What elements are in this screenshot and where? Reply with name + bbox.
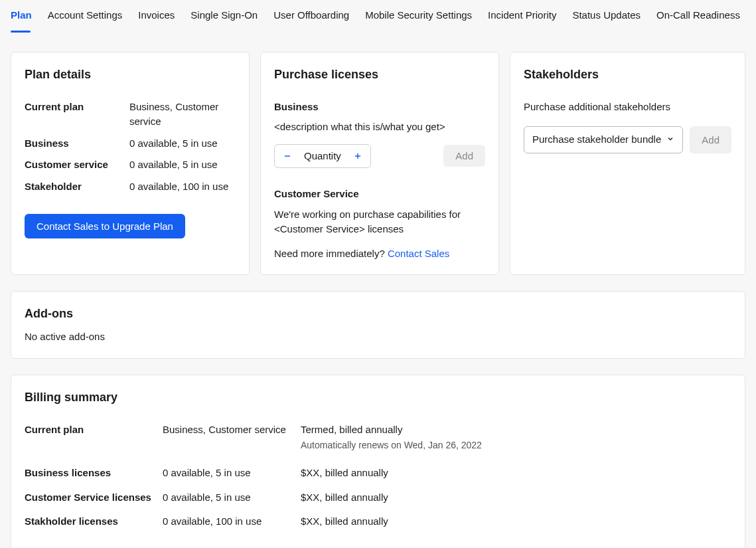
tab-mobile-security[interactable]: Mobile Security Settings [365,8,472,33]
plan-row-business: Business 0 available, 5 in use [25,136,236,151]
billing-label: Customer Service licenses [25,490,163,505]
stakeholder-select-label: Purchase stakeholder bundle [532,132,661,147]
tab-plan[interactable]: Plan [11,8,32,33]
billing-detail: Termed, billed annually Automatically re… [301,422,482,453]
billing-row-business: Business licenses 0 available, 5 in use … [25,466,731,481]
quantity-label: Quantity [304,149,341,164]
plan-row-value: Business, Customer service [129,100,236,130]
billing-label: Stakholder licenses [25,514,163,529]
plan-row-customer-service: Customer service 0 available, 5 in use [25,157,236,173]
purchase-cs-label: Customer Service [274,187,485,202]
plan-row-current: Current plan Business, Customer service [25,100,236,130]
billing-value: Business, Customer service [163,422,301,453]
billing-row-stakeholder: Stakholder licenses 0 available, 100 in … [25,514,731,529]
plan-details-card: Plan details Current plan Business, Cust… [11,52,250,276]
add-stakeholder-button[interactable]: Add [690,126,731,153]
addons-empty-text: No active add-ons [25,329,731,345]
plan-row-label: Stakeholder [25,179,129,195]
purchase-cs-desc: We're working on purchase capabilities f… [274,207,485,237]
stakeholder-bundle-select[interactable]: Purchase stakeholder bundle [524,126,683,153]
quantity-stepper[interactable]: Quantity [274,144,371,169]
stakeholders-card: Stakeholders Purchase additional stakeho… [510,52,745,276]
billing-label: Business licenses [25,466,163,481]
billing-label: Current plan [25,422,163,453]
billing-title: Billing summary [25,389,731,407]
purchase-business-desc: <description what this is/what you get> [274,120,485,135]
contact-sales-link[interactable]: Contact Sales [388,248,449,259]
billing-detail: $XX, billed annually [301,466,388,481]
chevron-down-icon [666,132,674,147]
tab-invoices[interactable]: Invoices [138,8,175,33]
billing-value: 0 available, 100 in use [163,514,301,529]
plan-row-label: Business [25,136,129,151]
billing-value: 0 available, 5 in use [163,466,301,481]
stakeholders-subtitle: Purchase additional stakeholders [524,100,731,115]
plan-details-title: Plan details [25,66,236,84]
billing-summary-card: Billing summary Current plan Business, C… [11,375,745,549]
purchase-business-label: Business [274,100,485,115]
billing-detail: $XX, billed annually [301,514,388,529]
billing-renewal-date: Automatically renews on Wed, Jan 26, 202… [301,438,482,452]
plus-icon[interactable] [352,150,364,162]
plan-row-value: 0 available, 5 in use [129,136,218,151]
minus-icon[interactable] [281,150,293,162]
purchase-licenses-title: Purchase licenses [274,66,485,84]
addons-title: Add-ons [25,305,731,323]
purchase-cs-prompt: Need more immediately? Contact Sales [274,246,485,262]
stakeholders-title: Stakeholders [524,66,731,84]
plan-row-label: Current plan [25,100,129,130]
tab-on-call-readiness[interactable]: On-Call Readiness [656,8,740,33]
plan-row-label: Customer service [25,157,129,173]
billing-detail: $XX, billed annually [301,490,388,505]
addons-card: Add-ons No active add-ons [11,291,745,359]
billing-row-customer-service: Customer Service licenses 0 available, 5… [25,490,731,505]
billing-value: 0 available, 5 in use [163,490,301,505]
tab-account-settings[interactable]: Account Settings [48,8,123,33]
add-business-license-button[interactable]: Add [443,145,485,167]
tab-user-offboarding[interactable]: User Offboarding [273,8,349,33]
tab-status-updates[interactable]: Status Updates [572,8,641,33]
plan-row-value: 0 available, 5 in use [129,157,218,173]
purchase-licenses-card: Purchase licenses Business <description … [260,52,499,276]
tab-single-sign-on[interactable]: Single Sign-On [190,8,258,33]
tab-incident-priority[interactable]: Incident Priority [488,8,556,33]
billing-row-current-plan: Current plan Business, Customer service … [25,422,731,453]
plan-row-stakeholder: Stakeholder 0 available, 100 in use [25,179,236,195]
plan-row-value: 0 available, 100 in use [129,179,228,195]
tabs-nav: Plan Account Settings Invoices Single Si… [11,0,745,33]
contact-sales-upgrade-button[interactable]: Contact Sales to Upgrade Plan [25,214,185,238]
